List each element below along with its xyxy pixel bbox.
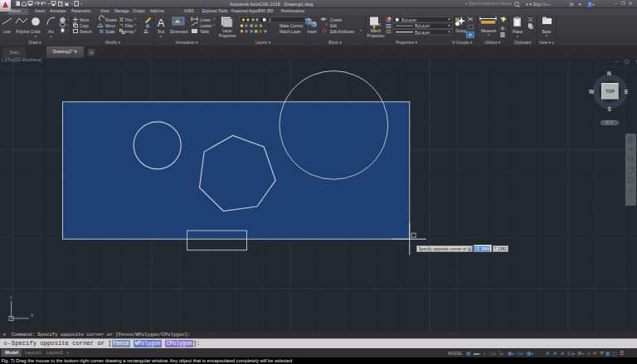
svg-text:Text: Text xyxy=(158,30,165,34)
svg-text:Edit Attributes: Edit Attributes xyxy=(330,29,355,33)
svg-text:Paste: Paste xyxy=(513,30,523,34)
svg-text:Group: Group xyxy=(455,28,466,32)
svg-text:Properties: Properties xyxy=(219,33,237,37)
svg-text:Polyline: Polyline xyxy=(16,30,30,34)
svg-text:Layers ▾: Layers ▾ xyxy=(255,41,271,45)
svg-text:Measure: Measure xyxy=(481,28,497,32)
svg-text:Linear: Linear xyxy=(200,17,211,22)
svg-text:Circle: Circle xyxy=(31,30,41,34)
svg-text:Fillet: Fillet xyxy=(125,23,134,27)
svg-text:Arc: Arc xyxy=(48,30,55,34)
svg-text:X: X xyxy=(31,313,34,318)
svg-text:Block ▾: Block ▾ xyxy=(328,41,342,45)
svg-text:Insert: Insert xyxy=(307,30,317,34)
svg-text:Array: Array xyxy=(125,29,135,33)
svg-text:Y: Y xyxy=(9,295,12,300)
svg-text:Annotation ▾: Annotation ▾ xyxy=(176,41,198,45)
svg-text:Copy: Copy xyxy=(80,23,90,27)
svg-text:Groups ▾: Groups ▾ xyxy=(456,41,473,45)
svg-text:Modify ▾: Modify ▾ xyxy=(105,41,120,45)
svg-text:Rotate: Rotate xyxy=(105,17,117,22)
svg-text:ByLayer: ByLayer xyxy=(415,23,430,28)
svg-text:Leader: Leader xyxy=(200,23,212,27)
svg-text:Create: Create xyxy=(330,17,342,22)
svg-text:Mirror: Mirror xyxy=(105,23,116,27)
svg-text:Dimension: Dimension xyxy=(170,30,189,34)
svg-text:ByLayer: ByLayer xyxy=(401,17,417,22)
svg-text:Scale: Scale xyxy=(105,29,115,33)
svg-text:Make Current: Make Current xyxy=(280,23,304,27)
svg-text:Edit: Edit xyxy=(330,23,338,27)
svg-text:Line: Line xyxy=(3,30,11,34)
svg-text:Move: Move xyxy=(80,17,90,22)
svg-text:0: 0 xyxy=(269,17,271,22)
svg-text:A: A xyxy=(158,16,165,28)
svg-text:Stretch: Stretch xyxy=(80,29,92,33)
svg-text:View ▾ »: View ▾ » xyxy=(539,41,554,45)
svg-text:Trim: Trim xyxy=(125,17,133,22)
svg-text:Draw ▾: Draw ▾ xyxy=(29,41,42,45)
svg-text:Layer: Layer xyxy=(222,28,232,32)
svg-text:Base: Base xyxy=(542,29,552,33)
svg-text:Clipboard: Clipboard xyxy=(514,41,532,45)
svg-text:ByLayer: ByLayer xyxy=(415,29,430,34)
svg-text:Match: Match xyxy=(371,28,382,32)
svg-text:Match Layer: Match Layer xyxy=(280,29,301,33)
svg-text:Table: Table xyxy=(200,29,210,33)
svg-text:Properties ▾: Properties ▾ xyxy=(396,41,417,45)
svg-text:Utilities ▾: Utilities ▾ xyxy=(484,41,501,45)
svg-text:Properties: Properties xyxy=(367,33,386,37)
